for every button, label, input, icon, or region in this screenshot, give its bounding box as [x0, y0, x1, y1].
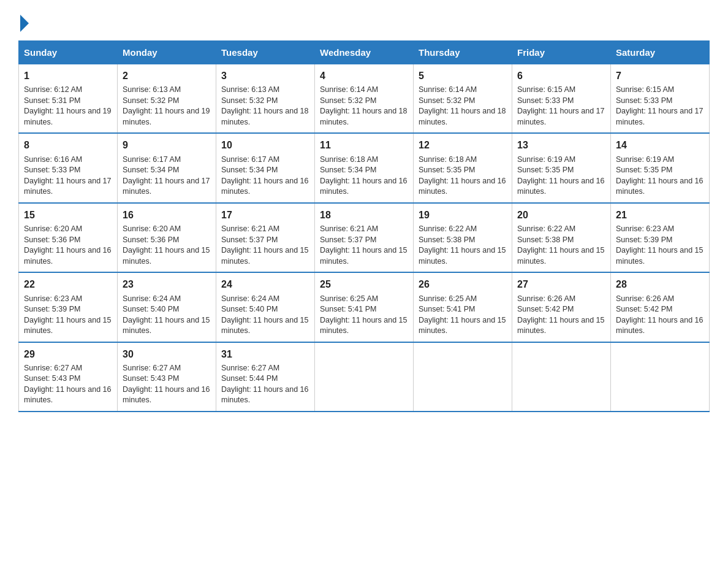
- daylight-label: Daylight: 11 hours and 18 minutes.: [419, 107, 506, 126]
- day-number: 20: [517, 209, 605, 222]
- daylight-label: Daylight: 11 hours and 15 minutes.: [221, 246, 308, 266]
- sunset-label: Sunset: 5:31 PM: [24, 96, 80, 105]
- sunrise-label: Sunrise: 6:23 AM: [24, 294, 82, 303]
- sunrise-label: Sunrise: 6:24 AM: [123, 294, 181, 303]
- calendar-cell: 12Sunrise: 6:18 AMSunset: 5:35 PMDayligh…: [414, 133, 512, 202]
- sunset-label: Sunset: 5:39 PM: [24, 305, 80, 313]
- week-row-3: 15Sunrise: 6:20 AMSunset: 5:36 PMDayligh…: [19, 203, 710, 272]
- daylight-label: Daylight: 11 hours and 17 minutes.: [517, 107, 604, 126]
- day-number: 15: [24, 209, 112, 222]
- day-number: 7: [616, 69, 704, 83]
- calendar-cell: 8Sunrise: 6:16 AMSunset: 5:33 PMDaylight…: [19, 133, 118, 202]
- daylight-label: Daylight: 11 hours and 16 minutes.: [419, 177, 506, 196]
- sunset-label: Sunset: 5:35 PM: [419, 166, 475, 174]
- sunrise-label: Sunrise: 6:20 AM: [24, 224, 82, 233]
- daylight-label: Daylight: 11 hours and 19 minutes.: [123, 107, 210, 126]
- sunrise-label: Sunrise: 6:14 AM: [320, 85, 378, 94]
- sunset-label: Sunset: 5:37 PM: [320, 236, 376, 244]
- sunrise-label: Sunrise: 6:22 AM: [419, 224, 477, 233]
- daylight-label: Daylight: 11 hours and 15 minutes.: [24, 316, 111, 335]
- sunrise-label: Sunrise: 6:22 AM: [517, 224, 575, 233]
- sunrise-label: Sunrise: 6:15 AM: [517, 85, 575, 94]
- sunrise-label: Sunrise: 6:21 AM: [320, 224, 378, 233]
- day-number: 11: [320, 139, 408, 152]
- logo-arrow-icon: [20, 15, 29, 32]
- calendar-cell: 24Sunrise: 6:24 AMSunset: 5:40 PMDayligh…: [216, 272, 315, 342]
- sunrise-label: Sunrise: 6:20 AM: [123, 224, 181, 233]
- sunset-label: Sunset: 5:42 PM: [616, 305, 672, 313]
- logo: [18, 12, 29, 28]
- calendar-cell: 10Sunrise: 6:17 AMSunset: 5:34 PMDayligh…: [216, 133, 315, 202]
- calendar-cell: 4Sunrise: 6:14 AMSunset: 5:32 PMDaylight…: [315, 64, 414, 134]
- sunrise-label: Sunrise: 6:17 AM: [221, 155, 279, 164]
- calendar-cell: 15Sunrise: 6:20 AMSunset: 5:36 PMDayligh…: [19, 203, 118, 272]
- daylight-label: Daylight: 11 hours and 16 minutes.: [517, 177, 604, 196]
- sunset-label: Sunset: 5:40 PM: [123, 305, 179, 313]
- day-number: 25: [320, 278, 408, 291]
- calendar-cell: 11Sunrise: 6:18 AMSunset: 5:34 PMDayligh…: [315, 133, 414, 202]
- header-day-wednesday: Wednesday: [315, 41, 414, 64]
- day-number: 26: [419, 278, 507, 291]
- day-number: 30: [123, 348, 211, 361]
- calendar-cell: 14Sunrise: 6:19 AMSunset: 5:35 PMDayligh…: [611, 133, 710, 202]
- sunrise-label: Sunrise: 6:21 AM: [221, 224, 279, 233]
- daylight-label: Daylight: 11 hours and 15 minutes.: [320, 246, 407, 266]
- sunrise-label: Sunrise: 6:27 AM: [221, 364, 279, 372]
- sunset-label: Sunset: 5:34 PM: [320, 166, 376, 174]
- sunset-label: Sunset: 5:42 PM: [517, 305, 574, 313]
- day-number: 6: [517, 69, 605, 83]
- calendar-cell: 26Sunrise: 6:25 AMSunset: 5:41 PMDayligh…: [414, 272, 512, 342]
- day-number: 5: [419, 69, 507, 83]
- day-number: 18: [320, 209, 408, 222]
- daylight-label: Daylight: 11 hours and 15 minutes.: [419, 316, 506, 335]
- daylight-label: Daylight: 11 hours and 17 minutes.: [616, 107, 703, 126]
- sunset-label: Sunset: 5:33 PM: [616, 96, 672, 105]
- calendar-cell: 31Sunrise: 6:27 AMSunset: 5:44 PMDayligh…: [216, 342, 315, 412]
- sunset-label: Sunset: 5:41 PM: [419, 305, 475, 313]
- day-number: 8: [24, 139, 112, 152]
- calendar-cell: [414, 342, 512, 412]
- sunset-label: Sunset: 5:43 PM: [123, 374, 179, 383]
- calendar-cell: [611, 342, 710, 412]
- day-number: 12: [419, 139, 507, 152]
- daylight-label: Daylight: 11 hours and 16 minutes.: [320, 177, 407, 196]
- calendar-cell: 27Sunrise: 6:26 AMSunset: 5:42 PMDayligh…: [512, 272, 611, 342]
- calendar-cell: 21Sunrise: 6:23 AMSunset: 5:39 PMDayligh…: [611, 203, 710, 272]
- day-number: 28: [616, 278, 704, 291]
- header-day-thursday: Thursday: [414, 41, 512, 64]
- daylight-label: Daylight: 11 hours and 16 minutes.: [24, 385, 111, 405]
- day-number: 17: [221, 209, 309, 222]
- sunrise-label: Sunrise: 6:27 AM: [24, 364, 82, 372]
- daylight-label: Daylight: 11 hours and 16 minutes.: [616, 316, 703, 335]
- calendar-cell: 30Sunrise: 6:27 AMSunset: 5:43 PMDayligh…: [118, 342, 216, 412]
- daylight-label: Daylight: 11 hours and 16 minutes.: [221, 177, 308, 196]
- calendar-cell: 9Sunrise: 6:17 AMSunset: 5:34 PMDaylight…: [118, 133, 216, 202]
- sunset-label: Sunset: 5:44 PM: [221, 374, 278, 383]
- sunset-label: Sunset: 5:33 PM: [24, 166, 80, 174]
- sunrise-label: Sunrise: 6:25 AM: [320, 294, 378, 303]
- header-day-saturday: Saturday: [611, 41, 710, 64]
- sunrise-label: Sunrise: 6:15 AM: [616, 85, 674, 94]
- week-row-5: 29Sunrise: 6:27 AMSunset: 5:43 PMDayligh…: [19, 342, 710, 412]
- sunrise-label: Sunrise: 6:12 AM: [24, 85, 82, 94]
- calendar-cell: 25Sunrise: 6:25 AMSunset: 5:41 PMDayligh…: [315, 272, 414, 342]
- calendar-cell: 20Sunrise: 6:22 AMSunset: 5:38 PMDayligh…: [512, 203, 611, 272]
- daylight-label: Daylight: 11 hours and 18 minutes.: [320, 107, 407, 126]
- calendar-cell: 3Sunrise: 6:13 AMSunset: 5:32 PMDaylight…: [216, 64, 315, 134]
- week-row-1: 1Sunrise: 6:12 AMSunset: 5:31 PMDaylight…: [19, 64, 710, 134]
- calendar-cell: 23Sunrise: 6:24 AMSunset: 5:40 PMDayligh…: [118, 272, 216, 342]
- header-day-tuesday: Tuesday: [216, 41, 315, 64]
- sunrise-label: Sunrise: 6:14 AM: [419, 85, 477, 94]
- sunset-label: Sunset: 5:32 PM: [419, 96, 475, 105]
- day-number: 31: [221, 348, 309, 361]
- sunset-label: Sunset: 5:32 PM: [320, 96, 376, 105]
- day-number: 9: [123, 139, 211, 152]
- sunrise-label: Sunrise: 6:26 AM: [517, 294, 575, 303]
- sunrise-label: Sunrise: 6:19 AM: [517, 155, 575, 164]
- sunset-label: Sunset: 5:35 PM: [517, 166, 574, 174]
- page-header: [18, 12, 710, 28]
- sunset-label: Sunset: 5:34 PM: [123, 166, 179, 174]
- sunset-label: Sunset: 5:35 PM: [616, 166, 672, 174]
- sunrise-label: Sunrise: 6:13 AM: [221, 85, 279, 94]
- day-number: 22: [24, 278, 112, 291]
